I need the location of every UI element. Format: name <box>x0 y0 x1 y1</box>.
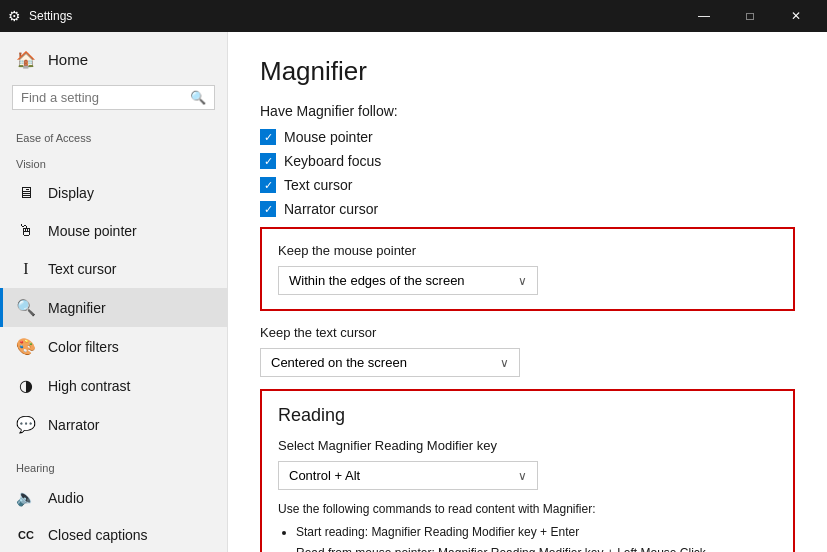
sidebar-item-display[interactable]: 🖥 Display <box>0 174 227 212</box>
checkbox-mouse-pointer-label: Mouse pointer <box>284 129 373 145</box>
mouse-pointer-dropdown[interactable]: Within the edges of the screen ∨ <box>278 266 538 295</box>
modifier-dropdown-value: Control + Alt <box>289 468 360 483</box>
mouse-pointer-section-label: Keep the mouse pointer <box>278 243 777 258</box>
main-content: Magnifier Have Magnifier follow: ✓ Mouse… <box>228 32 827 552</box>
checkbox-narrator-cursor-check: ✓ <box>264 203 273 216</box>
checkbox-text-cursor-check: ✓ <box>264 179 273 192</box>
chevron-down-icon-3: ∨ <box>518 469 527 483</box>
text-cursor-section: Keep the text cursor Centered on the scr… <box>260 325 795 377</box>
sidebar-item-color-filters[interactable]: 🎨 Color filters <box>0 327 227 366</box>
text-cursor-dropdown[interactable]: Centered on the screen ∨ <box>260 348 520 377</box>
vision-label: Vision <box>0 148 227 174</box>
sidebar-item-closed-captions[interactable]: CC Closed captions <box>0 517 227 552</box>
settings-icon: ⚙ <box>8 8 21 24</box>
maximize-button[interactable]: □ <box>727 0 773 32</box>
sidebar-item-mouse-pointer-label: Mouse pointer <box>48 223 137 239</box>
home-icon: 🏠 <box>16 50 36 69</box>
audio-icon: 🔈 <box>16 488 36 507</box>
text-cursor-dropdown-value: Centered on the screen <box>271 355 407 370</box>
checkbox-keyboard-focus-box[interactable]: ✓ <box>260 153 276 169</box>
search-input[interactable] <box>21 90 190 105</box>
title-bar-title: Settings <box>29 9 72 23</box>
follow-label: Have Magnifier follow: <box>260 103 795 119</box>
sidebar: 🏠 Home 🔍 Ease of Access Vision 🖥 Display… <box>0 32 228 552</box>
modifier-label: Select Magnifier Reading Modifier key <box>278 438 777 453</box>
sidebar-item-audio-label: Audio <box>48 490 84 506</box>
minimize-button[interactable]: — <box>681 0 727 32</box>
text-cursor-section-label: Keep the text cursor <box>260 325 795 340</box>
mouse-pointer-icon: 🖱 <box>16 222 36 240</box>
checkbox-narrator-cursor[interactable]: ✓ Narrator cursor <box>260 201 795 217</box>
checkbox-text-cursor-label: Text cursor <box>284 177 352 193</box>
checkbox-text-cursor-box[interactable]: ✓ <box>260 177 276 193</box>
sidebar-item-color-filters-label: Color filters <box>48 339 119 355</box>
list-item: Start reading: Magnifier Reading Modifie… <box>296 523 777 542</box>
closed-captions-icon: CC <box>16 529 36 541</box>
title-bar-left: ⚙ Settings <box>8 8 72 24</box>
checkbox-keyboard-focus-label: Keyboard focus <box>284 153 381 169</box>
mouse-pointer-dropdown-value: Within the edges of the screen <box>289 273 465 288</box>
sidebar-item-high-contrast-label: High contrast <box>48 378 130 394</box>
sidebar-item-text-cursor[interactable]: I Text cursor <box>0 250 227 288</box>
title-bar-controls: — □ ✕ <box>681 0 819 32</box>
reading-instructions: Use the following commands to read conte… <box>278 500 777 552</box>
sidebar-item-audio[interactable]: 🔈 Audio <box>0 478 227 517</box>
checkbox-keyboard-focus-check: ✓ <box>264 155 273 168</box>
sidebar-item-display-label: Display <box>48 185 94 201</box>
text-cursor-icon: I <box>16 260 36 278</box>
display-icon: 🖥 <box>16 184 36 202</box>
sidebar-item-mouse-pointer[interactable]: 🖱 Mouse pointer <box>0 212 227 250</box>
chevron-down-icon-2: ∨ <box>500 356 509 370</box>
checkbox-text-cursor[interactable]: ✓ Text cursor <box>260 177 795 193</box>
hearing-label: Hearing <box>0 452 227 478</box>
close-button[interactable]: ✕ <box>773 0 819 32</box>
sidebar-item-high-contrast[interactable]: ◑ High contrast <box>0 366 227 405</box>
search-icon: 🔍 <box>190 90 206 105</box>
sidebar-item-magnifier-label: Magnifier <box>48 300 106 316</box>
page-title: Magnifier <box>260 56 795 87</box>
magnifier-icon: 🔍 <box>16 298 36 317</box>
high-contrast-icon: ◑ <box>16 376 36 395</box>
instructions-list: Start reading: Magnifier Reading Modifie… <box>278 523 777 552</box>
search-box[interactable]: 🔍 <box>12 85 215 110</box>
instructions-title: Use the following commands to read conte… <box>278 500 777 519</box>
chevron-down-icon: ∨ <box>518 274 527 288</box>
title-bar: ⚙ Settings — □ ✕ <box>0 0 827 32</box>
modifier-dropdown[interactable]: Control + Alt ∨ <box>278 461 538 490</box>
narrator-icon: 💬 <box>16 415 36 434</box>
ease-of-access-label: Ease of Access <box>0 122 227 148</box>
reading-section: Reading Select Magnifier Reading Modifie… <box>260 389 795 552</box>
color-filters-icon: 🎨 <box>16 337 36 356</box>
sidebar-item-closed-captions-label: Closed captions <box>48 527 148 543</box>
checkbox-keyboard-focus[interactable]: ✓ Keyboard focus <box>260 153 795 169</box>
sidebar-item-narrator-label: Narrator <box>48 417 99 433</box>
checkbox-mouse-pointer-box[interactable]: ✓ <box>260 129 276 145</box>
checkbox-mouse-pointer[interactable]: ✓ Mouse pointer <box>260 129 795 145</box>
checkbox-narrator-cursor-label: Narrator cursor <box>284 201 378 217</box>
app-body: 🏠 Home 🔍 Ease of Access Vision 🖥 Display… <box>0 32 827 552</box>
reading-title: Reading <box>278 405 777 426</box>
sidebar-item-narrator[interactable]: 💬 Narrator <box>0 405 227 444</box>
checkbox-narrator-cursor-box[interactable]: ✓ <box>260 201 276 217</box>
sidebar-item-home[interactable]: 🏠 Home <box>0 40 227 79</box>
sidebar-item-magnifier[interactable]: 🔍 Magnifier <box>0 288 227 327</box>
home-label: Home <box>48 51 88 68</box>
mouse-pointer-section: Keep the mouse pointer Within the edges … <box>260 227 795 311</box>
checkbox-mouse-pointer-check: ✓ <box>264 131 273 144</box>
sidebar-item-text-cursor-label: Text cursor <box>48 261 116 277</box>
list-item: Read from mouse pointer: Magnifier Readi… <box>296 544 777 552</box>
